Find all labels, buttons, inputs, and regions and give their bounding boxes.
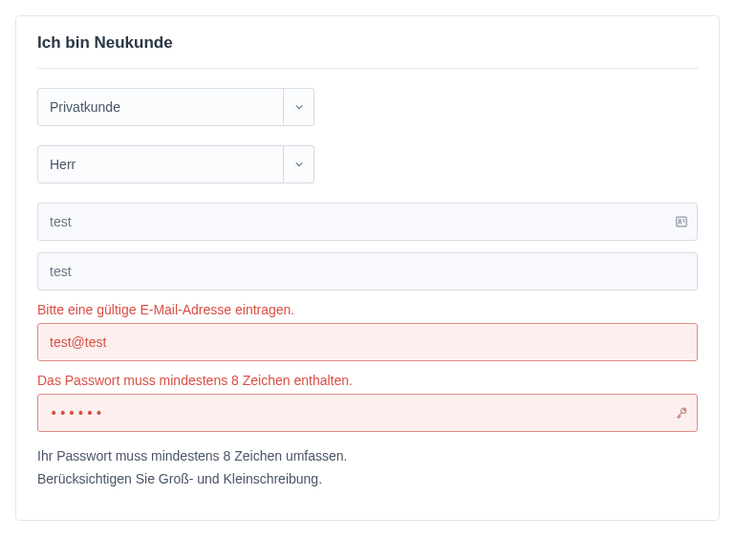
password-row: •••••• (37, 394, 698, 432)
email-row (37, 323, 698, 361)
customer-type-caret (284, 88, 314, 126)
password-error: Das Passwort muss mindestens 8 Zeichen e… (37, 373, 698, 388)
salutation-value: Herr (37, 145, 284, 183)
svg-point-1 (679, 219, 681, 221)
card-title: Ich bin Neukunde (37, 33, 698, 69)
contact-card-icon (675, 215, 688, 228)
key-icon (675, 406, 688, 420)
password-hint-line1: Ihr Passwort muss mindestens 8 Zeichen u… (37, 445, 698, 468)
chevron-down-icon (294, 102, 304, 112)
email-input[interactable] (37, 323, 698, 361)
customer-type-value: Privatkunde (37, 88, 284, 126)
password-input[interactable]: •••••• (37, 394, 698, 432)
email-error: Bitte eine gültige E-Mail-Adresse eintra… (37, 302, 698, 317)
salutation-caret (284, 145, 314, 183)
password-hint: Ihr Passwort muss mindestens 8 Zeichen u… (37, 445, 698, 491)
first-name-input[interactable] (37, 203, 698, 241)
new-customer-card: Ich bin Neukunde Privatkunde Herr (15, 15, 720, 521)
svg-point-5 (683, 410, 684, 411)
first-name-row (37, 203, 698, 241)
last-name-row (37, 252, 698, 291)
customer-type-select[interactable]: Privatkunde (37, 88, 314, 126)
last-name-input[interactable] (37, 252, 698, 291)
chevron-down-icon (294, 160, 304, 169)
salutation-select[interactable]: Herr (37, 145, 314, 183)
password-hint-line2: Berücksichtigen Sie Groß- und Kleinschre… (37, 468, 698, 491)
